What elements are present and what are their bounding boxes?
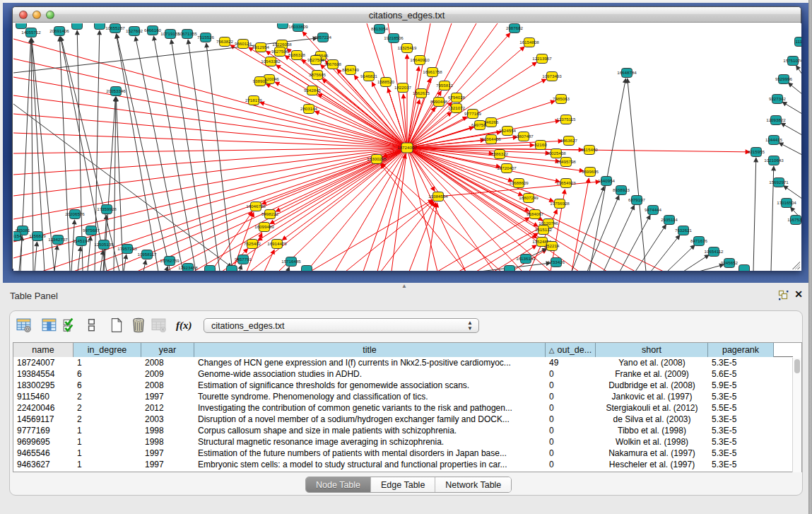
graph-node[interactable]: 7632621: [675, 226, 693, 235]
graph-node[interactable]: 2087682: [506, 24, 524, 33]
graph-node[interactable]: 9699695: [582, 168, 599, 177]
graph-node[interactable]: 15716485: [281, 257, 301, 267]
row-height-icon[interactable]: [84, 317, 100, 333]
graph-node[interactable]: 938901: [253, 77, 268, 86]
tab-edge-table[interactable]: Edge Table: [371, 477, 435, 492]
graph-node[interactable]: 2935114: [661, 216, 678, 225]
graph-node[interactable]: 5498222: [261, 210, 279, 219]
column-header-in_degree[interactable]: in_degree: [73, 343, 141, 357]
function-builder-icon[interactable]: f(x): [176, 320, 194, 335]
column-header-short[interactable]: short: [596, 343, 708, 357]
graph-node[interactable]: 2867608: [324, 60, 342, 69]
graph-node[interactable]: 18807249: [519, 194, 539, 203]
window-titlebar[interactable]: citations_edges.txt: [13, 7, 801, 23]
graph-node[interactable]: 10654112: [704, 247, 724, 257]
graph-node[interactable]: 7515526: [197, 33, 215, 42]
graph-node[interactable]: [72, 23, 83, 30]
graph-node[interactable]: [95, 23, 105, 30]
table-row[interactable]: 1872400712008Changes of HCN gene express…: [13, 358, 793, 369]
graph-node[interactable]: 1588520: [377, 78, 395, 87]
graph-node[interactable]: [505, 266, 515, 271]
graph-node[interactable]: 10958117: [137, 250, 157, 259]
table-row[interactable]: 2242004622012Investigating the contribut…: [13, 403, 793, 414]
graph-node[interactable]: 12342737: [48, 235, 68, 245]
graph-node[interactable]: 17016504: [777, 199, 796, 208]
graph-node[interactable]: 1562615: [413, 89, 430, 98]
graph-node[interactable]: 9463627: [560, 136, 578, 146]
graph-node[interactable]: 9457791: [235, 255, 252, 264]
graph-node[interactable]: 10655287: [105, 24, 125, 33]
column-header-title[interactable]: title: [194, 343, 546, 357]
graph-node[interactable]: 1167533: [787, 216, 801, 225]
graph-node[interactable]: 16914479: [267, 240, 287, 249]
graph-node[interactable]: 7485063: [553, 95, 570, 104]
graph-node[interactable]: 15692971: [769, 178, 789, 187]
graph-node[interactable]: 7955812: [436, 81, 454, 90]
graph-node[interactable]: 9474444: [645, 206, 662, 215]
graph-node[interactable]: 19756928: [550, 199, 570, 209]
show-columns-icon[interactable]: [42, 317, 57, 333]
delete-icon[interactable]: [131, 317, 146, 333]
graph-node[interactable]: 7663822: [216, 37, 234, 47]
graph-node[interactable]: 7857224: [314, 33, 332, 42]
graph-node[interactable]: 19654923: [556, 179, 576, 188]
column-header-pagerank[interactable]: pagerank: [708, 343, 774, 357]
graph-node[interactable]: 93154: [13, 232, 22, 241]
graph-node[interactable]: 9245652: [721, 259, 739, 268]
close-panel-icon[interactable]: ✕: [794, 289, 803, 300]
table-row[interactable]: 911546021997Tourette syndrome. Phenomeno…: [13, 392, 793, 403]
table-row[interactable]: 977716911998Corpus callosum shape and si…: [13, 426, 793, 437]
scrollbar-thumb[interactable]: [794, 359, 800, 373]
graph-node[interactable]: 6794028: [448, 93, 466, 103]
graph-node[interactable]: 12375115: [556, 115, 576, 124]
graph-node[interactable]: 1733426: [548, 258, 565, 267]
graph-node[interactable]: 10807487: [514, 132, 534, 141]
graph-node[interactable]: [205, 266, 216, 271]
graph-node[interactable]: 12923468: [178, 264, 198, 271]
graph-node[interactable]: 15751074: [783, 57, 801, 66]
splitter-caret-icon[interactable]: ▲: [401, 284, 410, 288]
graph-node[interactable]: 16154808: [519, 38, 539, 47]
graph-node[interactable]: 16782759: [160, 257, 180, 266]
graph-node[interactable]: 1156829: [29, 232, 46, 241]
graph-node[interactable]: 10210643: [764, 156, 784, 165]
column-header-year[interactable]: year: [141, 343, 194, 357]
graph-node[interactable]: 16033809: [288, 23, 308, 32]
new-file-icon[interactable]: [109, 317, 124, 333]
graph-node[interactable]: 9146821: [360, 72, 378, 81]
graph-node[interactable]: 1621072: [448, 104, 466, 113]
table-row[interactable]: 1830029562008Estimation of significance …: [13, 380, 793, 392]
graph-node[interactable]: 9227342: [769, 95, 787, 104]
graph-node[interactable]: 1145194: [73, 237, 90, 246]
graph-node[interactable]: 11325419: [397, 44, 417, 53]
graph-node[interactable]: 9527508: [307, 56, 325, 65]
graph-node[interactable]: [739, 265, 750, 271]
graph-node[interactable]: 17359928: [97, 205, 117, 214]
graph-node[interactable]: 8215955: [748, 148, 765, 157]
graph-node[interactable]: [278, 23, 288, 29]
graph-node[interactable]: 1822037: [394, 83, 412, 93]
graph-node[interactable]: 8938923: [613, 186, 630, 195]
graph-node[interactable]: 3875685: [309, 71, 326, 80]
column-header-out_de[interactable]: △out_de...: [546, 343, 596, 357]
table-row[interactable]: 946554611997Estimation of the future num…: [13, 448, 793, 460]
graph-node[interactable]: 8471676: [690, 237, 708, 246]
graph-node[interactable]: 16136141: [516, 255, 536, 264]
table-row[interactable]: 1456911722003Disruption of a novel membe…: [13, 414, 793, 426]
graph-node[interactable]: 16961758: [423, 68, 442, 77]
window-resize-grip[interactable]: [792, 262, 800, 269]
graph-node[interactable]: 16495798: [556, 158, 576, 167]
table-selector-dropdown[interactable]: citations_edges.txt ▲▼: [204, 318, 479, 333]
graph-node[interactable]: [227, 266, 237, 271]
graph-node[interactable]: 8454749: [342, 66, 360, 75]
graph-node[interactable]: 16640910: [410, 56, 430, 65]
graph-node[interactable]: 8813054: [371, 25, 389, 34]
graph-node[interactable]: 16099489: [254, 223, 274, 232]
graph-node[interactable]: 12213967: [532, 54, 552, 64]
graph-node[interactable]: 1615132: [535, 226, 553, 235]
graph-node[interactable]: 20691406: [49, 27, 69, 36]
graph-node[interactable]: 9242845: [304, 86, 322, 95]
graph-node[interactable]: 19218506: [384, 34, 404, 43]
network-canvas[interactable]: 1405571220691406106552871527602646616010…: [13, 23, 801, 271]
graph-node[interactable]: 7386322: [491, 150, 509, 159]
